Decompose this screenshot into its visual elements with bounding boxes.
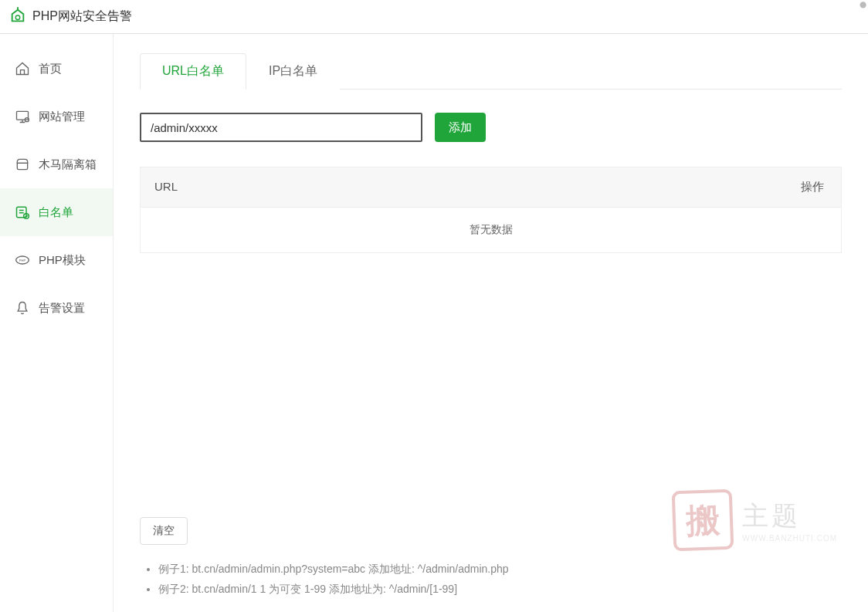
svg-point-2 <box>860 2 866 8</box>
svg-point-1 <box>17 7 19 8</box>
sidebar-item-label: 告警设置 <box>39 301 85 316</box>
sidebar-item-whitelist[interactable]: 白名单 <box>0 188 113 236</box>
sidebar-item-label: 木马隔离箱 <box>39 157 97 172</box>
quarantine-icon <box>14 156 31 173</box>
add-url-row: 添加 <box>140 113 842 142</box>
sidebar-item-quarantine[interactable]: 木马隔离箱 <box>0 140 113 188</box>
sidebar-nav: 首页 网站管理 木马隔离箱 白名单 PHP PHP模块 告警设置 <box>0 34 114 612</box>
hints-list: 例子1: bt.cn/admin/admin.php?system=abc 添加… <box>140 559 842 600</box>
table-empty-text: 暂无数据 <box>141 208 841 252</box>
sidebar-item-site-management[interactable]: 网站管理 <box>0 93 113 140</box>
footer-area: 清空 例子1: bt.cn/admin/admin.php?system=abc… <box>140 517 842 600</box>
tabs: URL白名单 IP白名单 <box>140 52 842 90</box>
bell-icon <box>14 299 31 316</box>
main-content: URL白名单 IP白名单 添加 URL 操作 暂无数据 清空 例子1: bt.c… <box>114 34 868 612</box>
svg-rect-5 <box>17 207 27 217</box>
sidebar-item-php-module[interactable]: PHP PHP模块 <box>0 236 113 284</box>
add-button[interactable]: 添加 <box>435 113 486 142</box>
sidebar-item-label: 首页 <box>39 62 62 76</box>
app-header: PHP网站安全告警 <box>0 0 868 34</box>
whitelist-icon <box>14 204 31 221</box>
svg-text:PHP: PHP <box>19 259 26 262</box>
column-url: URL <box>141 167 779 207</box>
column-action: 操作 <box>779 167 841 207</box>
url-table: URL 操作 暂无数据 <box>140 167 842 253</box>
corner-badge-icon <box>851 0 868 17</box>
sidebar-item-label: 网站管理 <box>39 110 85 124</box>
sidebar-item-label: 白名单 <box>39 205 73 220</box>
php-icon: PHP <box>14 252 31 269</box>
tab-ip-whitelist[interactable]: IP白名单 <box>246 53 340 90</box>
svg-point-0 <box>15 15 20 20</box>
hint-item: 例子2: bt.cn/admin/1 1 为可变 1-99 添加地址为: ^/a… <box>158 579 842 600</box>
sidebar-item-label: PHP模块 <box>39 253 86 268</box>
sidebar-item-home[interactable]: 首页 <box>0 45 113 93</box>
table-header: URL 操作 <box>141 167 841 208</box>
app-title: PHP网站安全告警 <box>32 8 132 25</box>
app-logo-icon <box>9 7 26 27</box>
svg-rect-3 <box>17 111 29 120</box>
clear-button[interactable]: 清空 <box>140 517 188 545</box>
tab-url-whitelist[interactable]: URL白名单 <box>140 53 246 90</box>
home-icon <box>14 60 31 77</box>
monitor-icon <box>14 108 31 125</box>
hint-item: 例子1: bt.cn/admin/admin.php?system=abc 添加… <box>158 559 842 580</box>
sidebar-item-alert-settings[interactable]: 告警设置 <box>0 284 113 332</box>
url-input[interactable] <box>140 113 422 142</box>
